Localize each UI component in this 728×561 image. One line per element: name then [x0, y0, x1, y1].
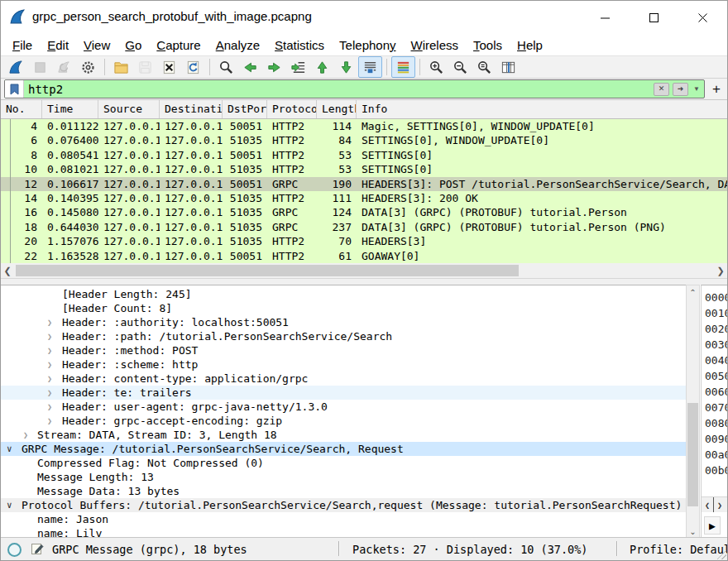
- capture-options-button[interactable]: [76, 56, 100, 78]
- detail-line-1[interactable]: [Header Count: 8]: [1, 301, 686, 315]
- packet-row-20[interactable]: 201.157076127.0.0.1127.0.0.151035HTTP270…: [1, 234, 727, 248]
- capture-comment-icon[interactable]: [31, 542, 44, 555]
- maximize-button[interactable]: [630, 1, 678, 34]
- column-header-info[interactable]: Info: [357, 100, 727, 118]
- close-button[interactable]: [678, 1, 727, 34]
- detail-line-16[interactable]: name: Jason: [1, 512, 686, 526]
- filter-clear-icon[interactable]: ✕: [654, 83, 669, 96]
- packet-list-hscrollbar[interactable]: ❮ ❯: [1, 263, 727, 279]
- detail-line-11[interactable]: ∨GRPC Message: /tutorial.PersonSearchSer…: [1, 442, 686, 456]
- packet-row-4[interactable]: 40.011122127.0.0.1127.0.0.150051HTTP2114…: [1, 119, 727, 133]
- menu-edit[interactable]: Edit: [40, 36, 76, 55]
- expert-info-icon[interactable]: [7, 543, 22, 557]
- tree-collapsed-icon[interactable]: ❯: [47, 329, 52, 343]
- tree-collapsed-icon[interactable]: ❯: [47, 315, 52, 329]
- find-packet-button[interactable]: [214, 56, 238, 78]
- go-last-button[interactable]: [334, 56, 358, 78]
- filter-apply-icon[interactable]: ➜: [673, 83, 688, 96]
- column-header-source[interactable]: Source: [98, 100, 160, 118]
- column-header-time[interactable]: Time: [42, 100, 98, 118]
- detail-line-15[interactable]: ∨Protocol Buffers: /tutorial.PersonSearc…: [1, 498, 686, 512]
- go-forward-button[interactable]: [262, 56, 286, 78]
- vscroll-thumb[interactable]: [687, 403, 698, 506]
- bytes-scroll-right-icon[interactable]: ❯: [714, 501, 726, 510]
- detail-line-9[interactable]: ❯Header: grpc-accept-encoding: gzip: [1, 414, 686, 428]
- detail-vscrollbar[interactable]: ⌃ ⌄: [686, 285, 700, 539]
- packet-row-16[interactable]: 160.145080127.0.0.1127.0.0.151035GRPC124…: [1, 205, 727, 219]
- filter-bookmark-icon[interactable]: [5, 80, 24, 98]
- tree-collapsed-icon[interactable]: ❯: [23, 428, 28, 442]
- column-header-length[interactable]: Length: [317, 100, 357, 118]
- open-file-button[interactable]: [109, 56, 133, 78]
- tree-collapsed-icon[interactable]: ❯: [47, 400, 52, 414]
- menu-help[interactable]: Help: [510, 36, 550, 55]
- detail-line-8[interactable]: ❯Header: user-agent: grpc-java-netty/1.3…: [1, 400, 686, 414]
- detail-line-14[interactable]: Message Data: 13 bytes: [1, 484, 686, 498]
- tree-expanded-icon[interactable]: ∨: [7, 442, 12, 456]
- scroll-up-icon[interactable]: ⌃: [687, 285, 699, 299]
- reload-file-button[interactable]: [181, 56, 205, 78]
- scroll-right-icon[interactable]: ❯: [714, 263, 727, 279]
- go-first-button[interactable]: [310, 56, 334, 78]
- go-to-packet-button[interactable]: [286, 56, 310, 78]
- column-header-protocol[interactable]: Protocol: [267, 100, 317, 118]
- bytes-hscrollbar[interactable]: ❮ ❯: [702, 496, 727, 512]
- bytes-expand-icon[interactable]: ▶: [704, 516, 721, 535]
- packet-row-6[interactable]: 60.076400127.0.0.1127.0.0.151035HTTP284S…: [1, 133, 727, 147]
- detail-line-5[interactable]: ❯Header: :scheme: http: [1, 357, 686, 372]
- filter-dropdown-icon[interactable]: ▼: [692, 85, 702, 93]
- packet-row-8[interactable]: 80.080541127.0.0.1127.0.0.150051HTTP253S…: [1, 148, 727, 162]
- tree-collapsed-icon[interactable]: ❯: [47, 357, 52, 372]
- detail-line-7[interactable]: ❯Header: te: trailers: [1, 386, 686, 400]
- detail-line-3[interactable]: ❯Header: :path: /tutorial.PersonSearchSe…: [1, 329, 686, 343]
- packet-row-18[interactable]: 180.644030127.0.0.1127.0.0.151035GRPC237…: [1, 220, 727, 234]
- hscroll-thumb[interactable]: [16, 265, 519, 276]
- column-header-destination[interactable]: Destination: [160, 100, 223, 118]
- column-header-no[interactable]: No.: [1, 100, 42, 118]
- tree-collapsed-icon[interactable]: ❯: [47, 414, 52, 428]
- resize-columns-button[interactable]: [496, 56, 520, 78]
- detail-line-2[interactable]: ❯Header: :authority: localhost:50051: [1, 315, 686, 329]
- packet-row-12[interactable]: 120.106617127.0.0.1127.0.0.150051GRPC190…: [1, 177, 727, 191]
- resize-grip[interactable]: [716, 549, 726, 559]
- filter-add-button[interactable]: +: [709, 80, 724, 98]
- menu-go[interactable]: Go: [117, 36, 149, 55]
- tree-collapsed-icon[interactable]: ❯: [47, 386, 52, 400]
- menu-analyze[interactable]: Analyze: [208, 36, 267, 55]
- auto-scroll-button[interactable]: [358, 56, 382, 78]
- detail-line-13[interactable]: Message Length: 13: [1, 470, 686, 484]
- detail-line-12[interactable]: Compressed Flag: Not Compressed (0): [1, 456, 686, 470]
- detail-line-0[interactable]: [Header Length: 245]: [1, 287, 686, 301]
- scroll-down-icon[interactable]: ⌄: [687, 525, 699, 538]
- menu-view[interactable]: View: [76, 36, 117, 55]
- go-back-button[interactable]: [238, 56, 262, 78]
- detail-line-10[interactable]: ❯Stream: DATA, Stream ID: 3, Length 18: [1, 428, 686, 442]
- tree-collapsed-icon[interactable]: ❯: [47, 372, 52, 386]
- start-capture-button[interactable]: [4, 56, 28, 78]
- close-file-button[interactable]: [157, 56, 181, 78]
- status-profile[interactable]: Profile: Default: [630, 543, 728, 556]
- zoom-in-button[interactable]: [424, 56, 448, 78]
- column-header-dstport[interactable]: DstPort: [223, 100, 267, 118]
- tree-collapsed-icon[interactable]: ❯: [47, 343, 52, 357]
- filter-value[interactable]: http2: [24, 83, 654, 96]
- display-filter-input[interactable]: http2 ✕ ➜ ▼: [4, 79, 705, 98]
- pane-splitter[interactable]: [1, 279, 727, 285]
- menu-telephony[interactable]: Telephony: [332, 36, 403, 55]
- scroll-left-icon[interactable]: ❮: [1, 263, 14, 279]
- zoom-out-button[interactable]: [448, 56, 472, 78]
- colorize-button[interactable]: [391, 56, 415, 78]
- menu-statistics[interactable]: Statistics: [267, 36, 332, 55]
- packet-row-14[interactable]: 140.140395127.0.0.1127.0.0.151035HTTP211…: [1, 191, 727, 205]
- zoom-normal-button[interactable]: [472, 56, 496, 78]
- detail-line-6[interactable]: ❯Header: content-type: application/grpc: [1, 372, 686, 386]
- menu-capture[interactable]: Capture: [149, 36, 208, 55]
- packet-row-22[interactable]: 221.163528127.0.0.1127.0.0.150051HTTP261…: [1, 249, 727, 263]
- menu-file[interactable]: File: [5, 36, 40, 55]
- packet-row-10[interactable]: 100.081021127.0.0.1127.0.0.151035HTTP253…: [1, 162, 727, 176]
- minimize-button[interactable]: [581, 1, 630, 34]
- tree-expanded-icon[interactable]: ∨: [7, 498, 12, 512]
- menu-wireless[interactable]: Wireless: [404, 36, 467, 55]
- detail-line-4[interactable]: ❯Header: :method: POST: [1, 343, 686, 357]
- menu-tools[interactable]: Tools: [466, 36, 510, 55]
